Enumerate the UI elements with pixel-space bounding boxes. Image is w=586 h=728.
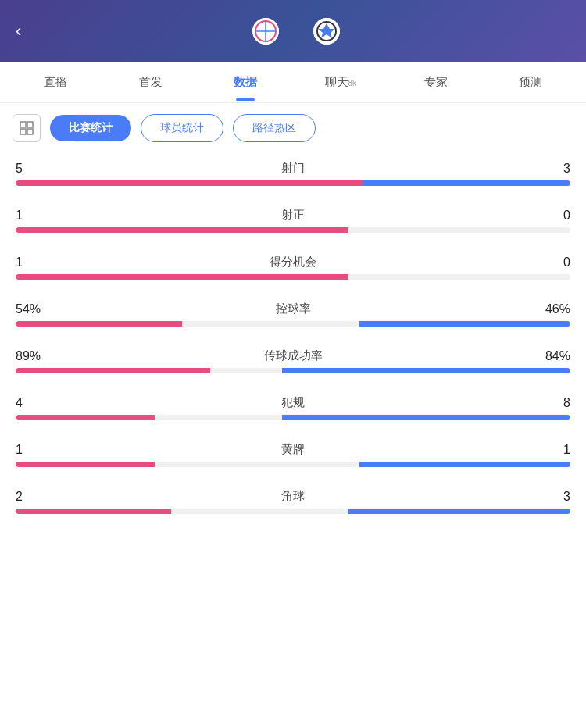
tab-lineup[interactable]: 首发 xyxy=(103,64,198,101)
bar-right xyxy=(348,509,570,514)
stat-left-value: 54% xyxy=(16,302,55,316)
stat-row: 1 得分机会 0 xyxy=(16,255,570,280)
bar-right xyxy=(282,415,570,420)
stat-row: 1 黄牌 1 xyxy=(16,442,570,467)
layout-icon[interactable] xyxy=(13,114,41,142)
stat-bar-track xyxy=(16,368,570,373)
stat-name: 传球成功率 xyxy=(55,348,531,363)
stat-name: 角球 xyxy=(55,489,531,504)
svg-rect-7 xyxy=(20,122,26,127)
bar-gap xyxy=(182,321,359,327)
bar-left xyxy=(16,415,155,420)
stat-bar-track xyxy=(16,509,570,514)
sub-nav: 比赛统计 球员统计 路径热区 xyxy=(0,103,586,153)
nav-tabs: 直播 首发 数据 聊天8k 专家 预测 xyxy=(0,62,586,103)
bar-left xyxy=(16,227,348,233)
bar-gap xyxy=(171,509,348,514)
stat-left-value: 5 xyxy=(16,162,55,176)
stats-container: 5 射门 3 1 射正 0 1 得分机会 0 54% 控球率 46% 89% 传… xyxy=(0,153,586,544)
bar-right xyxy=(359,321,570,327)
stat-name: 黄牌 xyxy=(55,442,531,457)
stat-right-value: 3 xyxy=(531,162,570,176)
bar-gap xyxy=(348,274,570,280)
match-info xyxy=(241,18,351,45)
heatmap-button[interactable]: 路径热区 xyxy=(233,114,316,142)
bar-left xyxy=(16,462,155,467)
stat-bar-track xyxy=(16,180,570,186)
stat-row: 2 角球 3 xyxy=(16,489,570,514)
stat-row: 4 犯规 8 xyxy=(16,395,570,420)
stat-bar-track xyxy=(16,274,570,280)
svg-rect-8 xyxy=(27,122,33,127)
player-stats-button[interactable]: 球员统计 xyxy=(141,114,223,142)
bar-gap xyxy=(210,368,282,373)
tab-stats[interactable]: 数据 xyxy=(198,64,293,101)
tab-expert[interactable]: 专家 xyxy=(388,64,484,101)
back-button[interactable]: ‹ xyxy=(16,21,21,41)
stat-right-value: 0 xyxy=(531,255,570,269)
stat-right-value: 0 xyxy=(531,209,570,223)
bar-left xyxy=(16,368,210,373)
stat-row: 1 射正 0 xyxy=(16,208,570,233)
stat-name: 射正 xyxy=(55,208,531,223)
stat-left-value: 1 xyxy=(16,255,55,269)
stat-row: 5 射门 3 xyxy=(16,161,570,186)
bar-left xyxy=(16,509,171,514)
stat-right-value: 1 xyxy=(531,443,570,457)
bar-gap xyxy=(155,462,360,467)
svg-rect-9 xyxy=(20,129,26,134)
svg-rect-10 xyxy=(27,129,33,134)
tab-predict[interactable]: 预测 xyxy=(483,64,578,101)
stat-name: 犯规 xyxy=(55,395,531,410)
stat-bar-track xyxy=(16,321,570,327)
stat-left-value: 1 xyxy=(16,443,55,457)
bar-right xyxy=(282,368,570,373)
stat-bar-track xyxy=(16,462,570,467)
stat-right-value: 3 xyxy=(531,490,570,504)
away-team-logo xyxy=(313,18,340,45)
stat-bar-track xyxy=(16,227,570,233)
stat-left-value: 4 xyxy=(16,396,55,410)
bar-gap xyxy=(348,227,570,233)
stat-row: 89% 传球成功率 84% xyxy=(16,348,570,373)
bar-gap xyxy=(155,415,282,420)
stat-left-value: 2 xyxy=(16,490,55,504)
stat-name: 射门 xyxy=(55,161,531,176)
header: ‹ xyxy=(0,0,586,62)
bar-left xyxy=(16,180,363,186)
bar-left xyxy=(16,321,182,327)
stat-right-value: 8 xyxy=(531,396,570,410)
stat-left-value: 89% xyxy=(16,349,55,363)
stat-name: 得分机会 xyxy=(55,255,531,269)
stat-right-value: 84% xyxy=(531,349,570,363)
bar-right xyxy=(363,180,570,186)
stat-name: 控球率 xyxy=(55,302,531,316)
stat-row: 54% 控球率 46% xyxy=(16,302,570,327)
tab-chat[interactable]: 聊天8k xyxy=(293,64,388,101)
stat-left-value: 1 xyxy=(16,209,55,223)
chat-badge: 8k xyxy=(348,79,357,87)
bar-left xyxy=(16,274,348,280)
stat-bar-track xyxy=(16,415,570,420)
match-stats-button[interactable]: 比赛统计 xyxy=(50,115,131,141)
stat-right-value: 46% xyxy=(531,302,570,316)
home-team-logo xyxy=(252,18,279,45)
tab-live[interactable]: 直播 xyxy=(8,64,103,101)
bar-right xyxy=(359,462,570,467)
